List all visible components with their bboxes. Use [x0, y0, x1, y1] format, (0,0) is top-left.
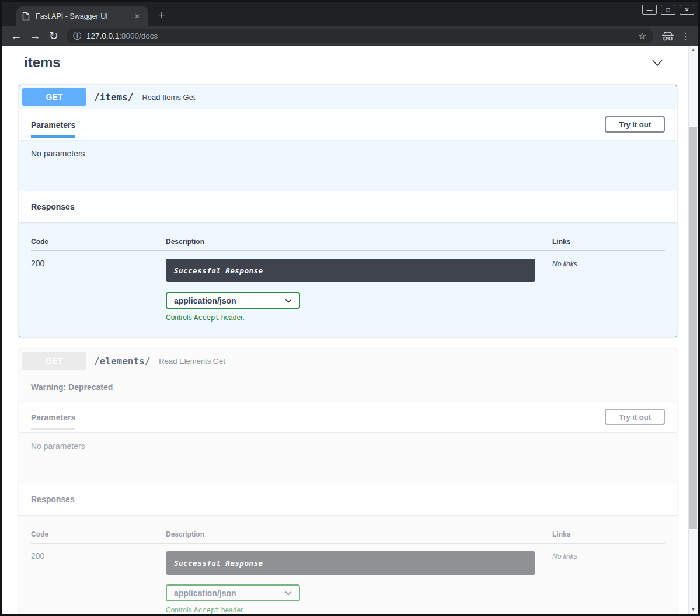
- parameters-header: Parameters Try it out: [19, 402, 677, 432]
- select-chevron-icon: [285, 298, 292, 303]
- response-description-cell: Successful Response application/json Con…: [166, 551, 552, 614]
- responses-table: Code Description Links 200 Successful Re…: [19, 515, 677, 614]
- scroll-down-icon[interactable]: ▼: [689, 607, 698, 612]
- response-description-box: Successful Response: [166, 551, 535, 575]
- browser-toolbar: ← → ↻ ⓘ 127.0.0.1 :8000/docs ☆ ⋮: [2, 26, 698, 46]
- opblock-get-elements-deprecated: GET /elements/ Read Elements Get Warning…: [19, 349, 677, 614]
- browser-tab[interactable]: Fast API - Swagger UI ✕: [16, 6, 148, 26]
- reload-icon[interactable]: ↻: [44, 28, 63, 44]
- opblock-header[interactable]: GET /elements/ Read Elements Get: [19, 349, 677, 373]
- tag-title: items: [24, 54, 650, 71]
- endpoint-summary: Read Items Get: [142, 93, 195, 102]
- bookmark-star-icon[interactable]: ☆: [636, 30, 649, 41]
- col-code: Code: [31, 238, 166, 246]
- new-tab-button[interactable]: +: [154, 8, 169, 23]
- tab-title: Fast API - Swagger UI: [36, 12, 132, 20]
- chevron-down-icon[interactable]: [650, 57, 664, 68]
- response-code: 200: [31, 259, 166, 322]
- endpoint-path: /items/: [94, 92, 133, 103]
- col-links: Links: [552, 238, 665, 246]
- responses-title: Responses: [31, 202, 75, 211]
- browser-window: Fast API - Swagger UI ✕ + — □ ✕ ← → ↻ ⓘ …: [0, 0, 700, 616]
- minimize-button[interactable]: —: [642, 5, 657, 15]
- response-row: 200 Successful Response application/json…: [31, 544, 665, 614]
- back-icon[interactable]: ←: [7, 28, 26, 44]
- endpoint-path: /elements/: [94, 356, 150, 367]
- incognito-icon: [658, 32, 678, 41]
- tab-parameters[interactable]: Parameters: [31, 413, 75, 430]
- response-description-text: Successful Response: [174, 266, 263, 275]
- browser-menu-icon[interactable]: ⋮: [678, 30, 693, 41]
- address-bar[interactable]: ⓘ 127.0.0.1 :8000/docs ☆: [67, 29, 653, 43]
- page-icon: [22, 12, 30, 21]
- col-description: Description: [166, 530, 552, 538]
- col-links: Links: [552, 530, 665, 538]
- media-type-value: application/json: [174, 296, 236, 305]
- url-host: 127.0.0.1: [86, 32, 119, 40]
- responses-table-head: Code Description Links: [31, 527, 665, 544]
- vertical-scrollbar[interactable]: ▲ ▼: [688, 46, 698, 614]
- maximize-button[interactable]: □: [661, 5, 675, 15]
- forward-icon[interactable]: →: [26, 28, 44, 44]
- controls-accept-note: Controls Accept header.: [166, 606, 552, 614]
- controls-accept-note: Controls Accept header.: [166, 314, 552, 322]
- responses-table: Code Description Links 200 Successful Re…: [19, 222, 677, 337]
- no-parameters-text: No parameters: [19, 432, 677, 483]
- opblock-get-items: GET /items/ Read Items Get Parameters Tr…: [19, 85, 677, 337]
- select-chevron-icon: [285, 591, 292, 596]
- endpoint-summary: Read Elements Get: [159, 357, 225, 366]
- scroll-up-icon[interactable]: ▲: [689, 47, 698, 53]
- method-badge: GET: [22, 352, 86, 370]
- window-controls: — □ ✕: [638, 5, 694, 15]
- media-type-value: application/json: [174, 589, 236, 598]
- no-parameters-text: No parameters: [19, 140, 677, 191]
- responses-title: Responses: [31, 495, 75, 504]
- try-it-out-button[interactable]: Try it out: [605, 116, 665, 133]
- response-code: 200: [31, 551, 166, 614]
- deprecated-warning: Warning: Deprecated: [19, 373, 677, 402]
- tab-strip: Fast API - Swagger UI ✕ + — □ ✕: [2, 2, 698, 26]
- response-description-cell: Successful Response application/json Con…: [166, 259, 552, 322]
- response-row: 200 Successful Response application/json…: [31, 251, 665, 322]
- col-code: Code: [31, 530, 166, 538]
- response-description-text: Successful Response: [174, 559, 263, 568]
- response-links: No links: [552, 551, 665, 614]
- scrollbar-thumb[interactable]: [689, 127, 697, 529]
- responses-header: Responses: [19, 483, 677, 515]
- url-path: :8000/docs: [119, 32, 158, 40]
- swagger-ui: items GET /items/ Read Items Get Paramet…: [19, 46, 677, 614]
- method-badge: GET: [22, 88, 86, 106]
- page-content: items GET /items/ Read Items Get Paramet…: [2, 46, 698, 614]
- opblock-header[interactable]: GET /items/ Read Items Get: [19, 85, 677, 109]
- tab-parameters[interactable]: Parameters: [31, 120, 75, 138]
- media-type-select[interactable]: application/json: [166, 292, 300, 309]
- responses-header: Responses: [19, 191, 677, 222]
- response-description-box: Successful Response: [166, 259, 535, 282]
- col-description: Description: [166, 238, 552, 246]
- close-button[interactable]: ✕: [680, 5, 694, 15]
- tab-close-icon[interactable]: ✕: [132, 11, 142, 22]
- media-type-select[interactable]: application/json: [166, 584, 300, 601]
- site-info-icon[interactable]: ⓘ: [73, 31, 81, 41]
- try-it-out-button[interactable]: Try it out: [605, 409, 665, 425]
- response-links: No links: [552, 259, 665, 322]
- tag-section-header[interactable]: items: [19, 46, 677, 78]
- parameters-header: Parameters Try it out: [19, 109, 677, 140]
- responses-table-head: Code Description Links: [31, 234, 665, 251]
